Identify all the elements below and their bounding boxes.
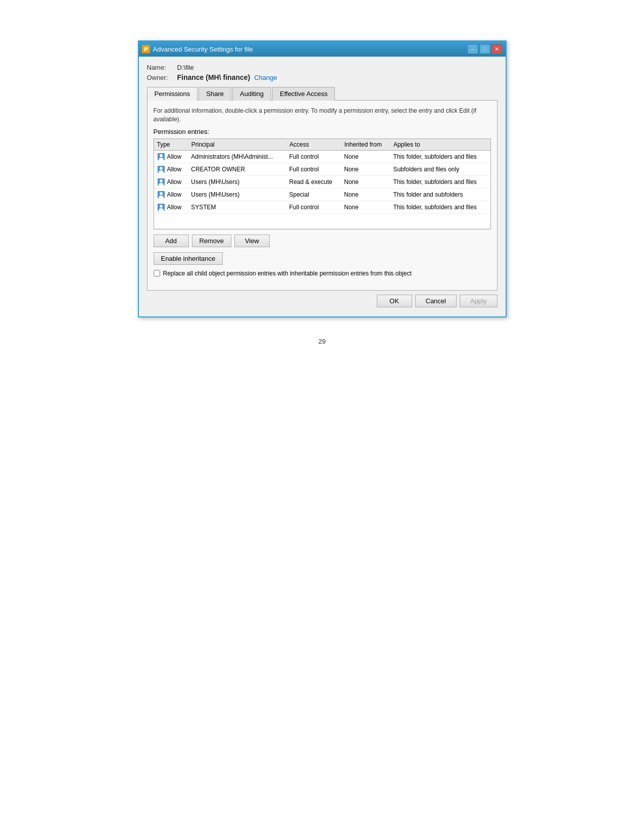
svg-point-11 xyxy=(160,179,163,182)
apply-button[interactable]: Apply xyxy=(460,295,498,307)
cell-applies: This folder, subfolders and files xyxy=(390,150,490,163)
table-row[interactable]: Allow SYSTEMFull controlNoneThis folder,… xyxy=(154,201,490,213)
cell-applies: This folder, subfolders and files xyxy=(390,201,490,213)
window-title: Advanced Security Settings for file xyxy=(153,45,253,53)
cell-inherited: None xyxy=(341,163,390,175)
title-bar-left: Advanced Security Settings for file xyxy=(142,45,253,53)
cell-principal: CREATOR OWNER xyxy=(188,163,286,175)
cell-type: Allow xyxy=(154,150,188,163)
cell-access: Full control xyxy=(286,163,341,175)
svg-point-8 xyxy=(160,167,163,170)
table-row[interactable]: Allow CREATOR OWNERFull controlNoneSubfo… xyxy=(154,163,490,175)
maximize-button[interactable]: □ xyxy=(479,44,490,54)
owner-row: Owner: Finance (MH\ finance) Change xyxy=(147,73,498,81)
type-label: Allow xyxy=(167,191,182,198)
cell-inherited: None xyxy=(341,188,390,201)
table-header: Type Principal Access Inherited from App… xyxy=(154,139,490,151)
svg-point-18 xyxy=(159,208,164,211)
view-button[interactable]: View xyxy=(234,235,270,247)
bottom-buttons: Add Remove View xyxy=(154,235,491,247)
cell-inherited: None xyxy=(341,175,390,188)
user-icon xyxy=(157,203,165,211)
type-label: Allow xyxy=(167,153,182,160)
title-bar: Advanced Security Settings for file – □ … xyxy=(139,41,506,57)
col-access: Access xyxy=(286,139,341,151)
svg-point-9 xyxy=(159,170,164,173)
table-row[interactable]: Allow Users (MH\Users)Read & executeNone… xyxy=(154,175,490,188)
svg-point-12 xyxy=(159,183,164,186)
type-label: Allow xyxy=(167,166,182,173)
tab-effective-access[interactable]: Effective Access xyxy=(272,87,335,101)
name-row: Name: D:\file xyxy=(147,64,498,71)
col-inherited: Inherited from xyxy=(341,139,390,151)
cell-access: Read & execute xyxy=(286,175,341,188)
window-content: Name: D:\file Owner: Finance (MH\ financ… xyxy=(139,57,506,316)
cell-type: Allow xyxy=(154,175,188,188)
close-button[interactable]: ✕ xyxy=(491,44,503,54)
tab-permissions[interactable]: Permissions xyxy=(147,87,198,101)
owner-value: Finance (MH\ finance) xyxy=(177,73,251,81)
svg-rect-2 xyxy=(144,49,148,50)
type-label: Allow xyxy=(167,178,182,186)
table-body: Allow Administrators (MH\Administ...Full… xyxy=(154,150,490,228)
owner-label: Owner: xyxy=(147,74,177,81)
svg-point-17 xyxy=(160,205,163,208)
cell-access: Full control xyxy=(286,201,341,213)
svg-rect-1 xyxy=(144,48,148,49)
tabs: Permissions Share Auditing Effective Acc… xyxy=(147,86,498,101)
add-button[interactable]: Add xyxy=(154,235,189,247)
cell-applies: This folder and subfolders xyxy=(390,188,490,201)
minimize-button[interactable]: – xyxy=(467,44,478,54)
cell-access: Full control xyxy=(286,150,341,163)
cell-type: Allow xyxy=(154,163,188,175)
col-type: Type xyxy=(154,139,188,151)
svg-point-5 xyxy=(160,154,163,157)
tab-share[interactable]: Share xyxy=(199,87,231,101)
cell-principal: Users (MH\Users) xyxy=(188,175,286,188)
replace-checkbox[interactable] xyxy=(154,270,160,276)
user-icon xyxy=(157,191,165,199)
advanced-security-dialog: Advanced Security Settings for file – □ … xyxy=(138,40,507,317)
description-text: For additional information, double-click… xyxy=(154,107,491,124)
empty-row xyxy=(154,213,490,228)
cell-access: Special xyxy=(286,188,341,201)
remove-button[interactable]: Remove xyxy=(192,235,231,247)
user-icon xyxy=(157,153,165,161)
svg-point-15 xyxy=(159,196,164,199)
type-label: Allow xyxy=(167,204,182,211)
cell-applies: Subfolders and files only xyxy=(390,163,490,175)
table-row[interactable]: Allow Administrators (MH\Administ...Full… xyxy=(154,150,490,163)
cell-inherited: None xyxy=(341,201,390,213)
permission-table: Type Principal Access Inherited from App… xyxy=(154,139,490,229)
cell-applies: This folder, subfolders and files xyxy=(390,175,490,188)
dialog-footer: OK Cancel Apply xyxy=(147,291,498,309)
permission-entries-label: Permission entries: xyxy=(154,128,491,135)
permission-table-wrapper: Type Principal Access Inherited from App… xyxy=(154,138,491,229)
svg-point-14 xyxy=(160,192,163,195)
window-icon xyxy=(142,45,150,53)
name-value: D:\file xyxy=(177,64,194,71)
cell-inherited: None xyxy=(341,150,390,163)
cell-principal: Users (MH\Users) xyxy=(188,188,286,201)
enable-inheritance-button[interactable]: Enable inheritance xyxy=(154,252,223,265)
cell-type: Allow xyxy=(154,201,188,213)
col-principal: Principal xyxy=(188,139,286,151)
change-link[interactable]: Change xyxy=(254,74,277,81)
table-row[interactable]: Allow Users (MH\Users)SpecialNoneThis fo… xyxy=(154,188,490,201)
cell-type: Allow xyxy=(154,188,188,201)
user-icon xyxy=(157,178,165,186)
replace-checkbox-row: Replace all child object permission entr… xyxy=(154,270,491,277)
cell-principal: Administrators (MH\Administ... xyxy=(188,150,286,163)
tab-auditing[interactable]: Auditing xyxy=(232,87,271,101)
cancel-button[interactable]: Cancel xyxy=(415,295,457,307)
col-applies: Applies to xyxy=(390,139,490,151)
cell-principal: SYSTEM xyxy=(188,201,286,213)
svg-point-6 xyxy=(159,158,164,161)
name-label: Name: xyxy=(147,64,177,71)
page-number: 29 xyxy=(318,338,325,345)
user-icon xyxy=(157,165,165,173)
tab-content: For additional information, double-click… xyxy=(147,101,498,291)
ok-button[interactable]: OK xyxy=(377,295,412,307)
title-buttons: – □ ✕ xyxy=(467,44,503,54)
svg-rect-3 xyxy=(144,50,146,51)
